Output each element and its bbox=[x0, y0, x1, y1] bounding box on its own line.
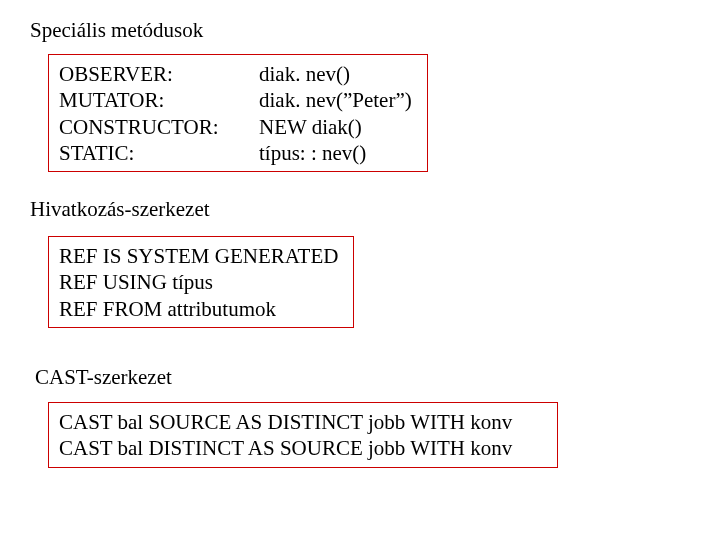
methods-box-inner: OBSERVER: MUTATOR: CONSTRUCTOR: STATIC: … bbox=[49, 55, 427, 172]
methods-box: OBSERVER: MUTATOR: CONSTRUCTOR: STATIC: … bbox=[48, 54, 428, 172]
methods-example: diak. nev() bbox=[259, 61, 412, 87]
methods-example: típus: : nev() bbox=[259, 140, 412, 166]
reference-box: REF IS SYSTEM GENERATED REF USING típus … bbox=[48, 236, 354, 328]
methods-columns: OBSERVER: MUTATOR: CONSTRUCTOR: STATIC: … bbox=[59, 61, 417, 166]
methods-col-labels: OBSERVER: MUTATOR: CONSTRUCTOR: STATIC: bbox=[59, 61, 259, 166]
methods-label: OBSERVER: bbox=[59, 61, 259, 87]
reference-line: REF USING típus bbox=[59, 269, 343, 295]
cast-box: CAST bal SOURCE AS DISTINCT jobb WITH ko… bbox=[48, 402, 558, 468]
page: Speciális metódusok OBSERVER: MUTATOR: C… bbox=[0, 0, 720, 540]
heading-reference-structure: Hivatkozás-szerkezet bbox=[30, 197, 210, 222]
cast-line: CAST bal SOURCE AS DISTINCT jobb WITH ko… bbox=[59, 409, 547, 435]
methods-label: STATIC: bbox=[59, 140, 259, 166]
methods-col-examples: diak. nev() diak. nev(”Peter”) NEW diak(… bbox=[259, 61, 412, 166]
reference-line: REF IS SYSTEM GENERATED bbox=[59, 243, 343, 269]
reference-line: REF FROM attributumok bbox=[59, 296, 343, 322]
methods-label: MUTATOR: bbox=[59, 87, 259, 113]
methods-label: CONSTRUCTOR: bbox=[59, 114, 259, 140]
cast-box-inner: CAST bal SOURCE AS DISTINCT jobb WITH ko… bbox=[49, 403, 557, 468]
cast-line: CAST bal DISTINCT AS SOURCE jobb WITH ko… bbox=[59, 435, 547, 461]
methods-example: NEW diak() bbox=[259, 114, 412, 140]
heading-special-methods: Speciális metódusok bbox=[30, 18, 203, 43]
reference-box-inner: REF IS SYSTEM GENERATED REF USING típus … bbox=[49, 237, 353, 328]
methods-example: diak. nev(”Peter”) bbox=[259, 87, 412, 113]
heading-cast-structure: CAST-szerkezet bbox=[35, 365, 172, 390]
